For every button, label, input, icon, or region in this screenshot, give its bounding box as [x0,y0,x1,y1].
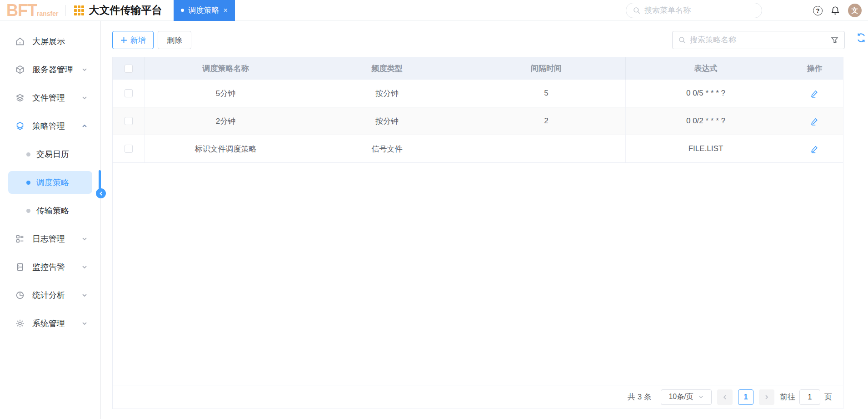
sidebar-item-label: 系统管理 [32,318,65,329]
toolbar: 新增 删除 [112,31,868,49]
cell-freq: 按分钟 [307,80,467,107]
logo-text: BFT [6,1,37,20]
row-checkbox[interactable] [125,117,133,125]
edit-pen-icon[interactable] [810,144,819,154]
goto-page-input[interactable] [799,389,820,405]
strategy-search[interactable] [672,31,845,49]
sidebar-item-label: 监控告警 [32,262,65,273]
table-row: 标识文件调度策略 信号文件 FILE.LIST [113,135,843,163]
chevron-left-icon [722,394,728,400]
pagination-bar: 共 3 条 10条/页 1 前往 页 [113,385,843,409]
gear-icon [15,318,25,328]
sidebar-item-server-mgmt[interactable]: 服务器管理 [0,56,100,84]
sidebar-item-transfer-strategy[interactable]: 传输策略 [8,197,92,225]
sidebar-item-trading-calendar[interactable]: 交易日历 [8,140,92,168]
cell-freq: 按分钟 [307,107,467,135]
sidebar-item-statistics[interactable]: 统计分析 [0,281,100,309]
page-unit-label: 页 [824,392,832,402]
tab-scheduling-strategy[interactable]: 调度策略 × [174,0,234,21]
user-avatar[interactable]: 文 [848,4,862,17]
cell-name: 2分钟 [145,107,307,135]
column-header-name: 调度策略名称 [145,57,307,80]
sidebar-item-label: 日志管理 [32,233,65,244]
sidebar-item-dashboard[interactable]: 大屏展示 [0,27,100,56]
chevron-right-icon [764,394,769,400]
column-header-action: 操作 [786,57,843,80]
sidebar-item-log-mgmt[interactable]: 日志管理 [0,225,100,253]
search-icon [633,6,641,15]
layers-icon [15,93,25,103]
pie-chart-icon [15,290,25,300]
chevron-down-icon [81,264,88,270]
next-page-button[interactable] [759,389,774,405]
filter-funnel-icon[interactable] [830,36,839,45]
edit-pen-icon[interactable] [810,116,819,126]
page-size-select[interactable]: 10条/页 [661,389,712,405]
sidebar-item-label: 文件管理 [32,92,65,103]
sidebar-item-monitor-alert[interactable]: 监控告警 [0,253,100,281]
monitor-icon [15,262,25,272]
row-checkbox[interactable] [125,89,133,97]
tab-close-icon[interactable]: × [223,6,227,15]
current-page-button[interactable]: 1 [738,389,753,405]
chevron-down-icon [81,320,88,327]
add-button-label: 新增 [130,35,146,45]
app-grid-icon [74,5,84,15]
goto-label: 前往 [780,392,795,402]
page-title: 大文件传输平台 [89,3,162,17]
logo-subtext: ransfer [37,10,58,17]
main-content: 新增 删除 调度策略名称 频度类型 间隔时间 表达式 操作 5分钟 按分钟 5 … [101,21,868,419]
sidebar-item-label: 调度策略 [36,177,69,188]
menu-search[interactable] [626,3,762,18]
sidebar-nav: 大屏展示 服务器管理 文件管理 策略管理 交易日历 调度策略 传输策略 日志管理 [0,21,101,419]
chevron-left-icon [99,191,104,196]
sidebar-item-label: 交易日历 [36,149,69,160]
edit-pen-icon[interactable] [810,89,819,98]
table-header-row: 调度策略名称 频度类型 间隔时间 表达式 操作 [113,57,843,80]
home-icon [15,36,25,46]
chevron-down-icon [81,236,88,242]
bullet-dot-icon [26,181,30,185]
menu-search-input[interactable] [644,6,755,15]
bft-logo: BFTransfer [6,2,58,19]
total-count: 共 3 条 [628,392,652,402]
log-list-icon [15,234,25,244]
cell-name: 标识文件调度策略 [145,135,307,162]
tab-active-dot [181,9,184,12]
cell-interval: 5 [467,80,626,107]
chevron-down-icon [81,95,88,101]
strategy-search-input[interactable] [690,35,827,45]
search-icon [678,36,686,44]
sidebar-item-scheduling-strategy[interactable]: 调度策略 [8,171,92,194]
column-header-interval: 间隔时间 [467,57,626,80]
sidebar-item-label: 服务器管理 [32,64,73,75]
row-checkbox[interactable] [125,145,133,153]
tab-label: 调度策略 [188,5,219,15]
table-row: 5分钟 按分钟 5 0 0/5 * * * ? [113,80,843,107]
sidebar-item-system-mgmt[interactable]: 系统管理 [0,309,100,338]
refresh-icon[interactable] [856,32,867,43]
cell-interval [467,135,626,162]
cell-expr: 0 0/5 * * * ? [626,80,786,107]
bullet-dot-icon [26,209,30,213]
delete-button-label: 删除 [167,35,182,45]
add-button[interactable]: 新增 [112,31,154,49]
bell-icon[interactable] [830,5,840,15]
select-all-cell [113,57,145,80]
bullet-dot-icon [26,152,30,156]
select-all-checkbox[interactable] [125,65,133,73]
sidebar-item-file-mgmt[interactable]: 文件管理 [0,84,100,112]
sidebar-collapse-handle[interactable] [96,188,106,198]
help-icon[interactable]: ? [813,6,823,15]
cell-name: 5分钟 [145,80,307,107]
sidebar-item-label: 统计分析 [32,290,65,301]
server-box-icon [15,65,25,75]
delete-button[interactable]: 删除 [158,31,191,49]
column-header-freq: 频度类型 [307,57,467,80]
app-header: BFTransfer 大文件传输平台 调度策略 × ? 文 [0,0,868,21]
cell-freq: 信号文件 [307,135,467,162]
chevron-down-icon [81,292,88,298]
sidebar-item-strategy-mgmt[interactable]: 策略管理 [0,112,100,140]
sidebar-item-label: 传输策略 [36,205,69,216]
prev-page-button[interactable] [717,389,733,405]
